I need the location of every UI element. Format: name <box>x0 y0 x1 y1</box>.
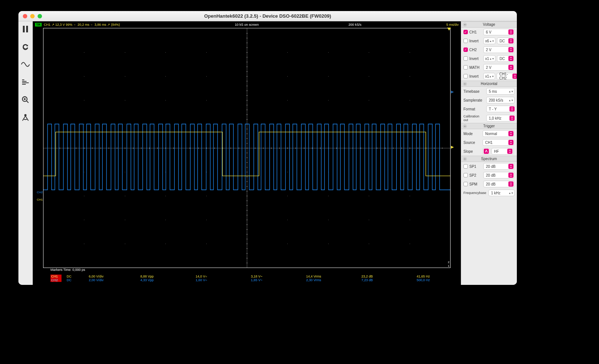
math-probe-spinner[interactable]: x1▲▼ <box>483 73 495 79</box>
meas-ch1-db: 23,2 dB <box>361 275 417 278</box>
spectrum-panel-head: Spectrum <box>461 156 517 162</box>
markers-line: Markers Time: 0,000 ps <box>33 268 461 273</box>
gear-icon[interactable] <box>463 22 467 27</box>
meas-ch2-freq: 500,0 Hz <box>417 278 461 282</box>
sp1-checkbox[interactable] <box>463 164 468 169</box>
math-op-select[interactable]: CH1-CH2 <box>497 73 517 79</box>
trigger-info: CH1 ↗ 12,3 V 99% ← 20,2 ms ← 3,86 ms ↗ (… <box>44 23 120 26</box>
timebase-spinner[interactable]: 5 ms▲▼ <box>486 88 515 95</box>
meas-ch1-vrms: 14,4 Vrms <box>306 275 361 278</box>
sp1-select[interactable]: 20 dB <box>483 163 515 170</box>
window-title: OpenHantek6022 (3.2.5) - Device DSO-6022… <box>18 13 517 19</box>
ch2-probe-spinner[interactable]: x1▲▼ <box>483 55 495 62</box>
trigger-mode-select[interactable]: Normal <box>483 130 515 137</box>
meas-ch2-veq: 1,60 V= <box>196 278 251 282</box>
ch2-range-select[interactable]: 2 V <box>483 46 515 53</box>
ch2-zero-label: CH2 <box>37 191 43 194</box>
ch2-coupling-select[interactable]: DC <box>497 55 515 62</box>
wave-button[interactable] <box>20 59 31 70</box>
svg-point-6 <box>465 126 466 127</box>
svg-point-7 <box>465 159 466 160</box>
calibration-label: Calibration out <box>463 114 485 122</box>
samples-on-screen: 10 kS on screen <box>235 23 259 26</box>
trigger-mode-label: Mode <box>463 132 481 136</box>
maximize-button[interactable] <box>38 14 42 18</box>
meas-ch2-db: 7,23 dB <box>361 278 417 282</box>
math-checkbox[interactable] <box>463 65 468 70</box>
meas-ch2-name: CH2 <box>50 278 62 282</box>
format-select[interactable]: T - Y <box>486 106 516 112</box>
ch2-checkbox[interactable] <box>463 47 468 52</box>
math-label: MATH <box>469 66 482 70</box>
meas-ch1-vmin: 3,18 V~ <box>251 275 306 278</box>
math-invert-checkbox[interactable] <box>463 74 468 78</box>
ch1-probe-spinner[interactable]: x6▲▼ <box>483 38 495 44</box>
zoom-button[interactable] <box>20 94 31 105</box>
trigger-head-label: Trigger <box>483 124 495 128</box>
meas-ch1-coupling: DC <box>67 275 89 278</box>
marker-1: 1 <box>448 264 449 268</box>
ch2-invert-checkbox[interactable] <box>463 56 468 61</box>
trigger-panel-head: Trigger <box>461 123 517 129</box>
ch1-invert-checkbox[interactable] <box>463 39 468 43</box>
freqbase-label: Frequencybase <box>463 191 487 195</box>
sp1-label: SP1 <box>469 165 482 169</box>
meas-ch1-freq: 41,65 Hz <box>417 275 461 278</box>
math-range-select[interactable]: 2 V <box>483 64 515 71</box>
scope-area: TR CH1 ↗ 12,3 V 99% ← 20,2 ms ← 3,86 ms … <box>33 21 461 285</box>
graticule[interactable]: CH2 CH1 1 2 <box>43 28 451 268</box>
ch1-zero-label: CH1 <box>37 198 43 201</box>
horizontal-head-label: Horizontal <box>481 82 497 86</box>
trigger-source-select[interactable]: CH1 <box>483 139 515 146</box>
close-button[interactable] <box>23 14 27 18</box>
slope-rising-button[interactable] <box>483 148 490 155</box>
samplerate-spinner[interactable]: 200 kS/s▲▼ <box>486 97 515 103</box>
meas-ch2-vrms: 2,30 Vrms <box>306 278 361 282</box>
svg-rect-1 <box>26 26 28 32</box>
pause-icon <box>21 25 29 33</box>
voltage-panel-head: Voltage <box>461 21 517 28</box>
ch1-checkbox[interactable] <box>463 30 468 34</box>
freqbase-spinner[interactable]: 1 kHz▲▼ <box>488 190 515 196</box>
side-panel: Voltage CH1 6 V Invert x6▲▼ DC CH2 2 V I… <box>461 21 517 285</box>
zoom-in-icon <box>21 96 29 104</box>
ch1-label: CH1 <box>469 30 482 34</box>
voltage-head-label: Voltage <box>483 22 495 26</box>
sp2-label: SP2 <box>469 173 482 177</box>
sp2-checkbox[interactable] <box>463 173 468 177</box>
ch1-range-select[interactable]: 6 V <box>483 29 515 35</box>
sp2-select[interactable]: 20 dB <box>483 172 515 179</box>
waveforms <box>43 28 450 268</box>
trigger-slope-label: Slope <box>463 149 481 153</box>
meas-ch2-vdiv: 2,00 V/div <box>89 278 140 282</box>
math-invert-label: Invert <box>469 74 482 78</box>
ch2-label: CH2 <box>469 48 482 52</box>
spm-select[interactable]: 20 dB <box>483 181 515 187</box>
samplerate-label: 200 kS/s <box>348 23 361 26</box>
titlebar: OpenHantek6022 (3.2.5) - Device DSO-6022… <box>18 11 517 21</box>
minimize-button[interactable] <box>30 14 35 18</box>
ch2-invert-label: Invert <box>469 57 482 61</box>
left-toolbar <box>18 21 33 285</box>
ch1-coupling-select[interactable]: DC <box>497 38 515 44</box>
gear-icon[interactable] <box>463 82 467 86</box>
trigger-source-label: Source <box>463 141 481 145</box>
sine-icon <box>21 61 30 68</box>
ch2-trigger-level-marker[interactable] <box>451 91 454 93</box>
spm-checkbox[interactable] <box>463 182 468 186</box>
measure-button[interactable] <box>20 112 31 123</box>
meas-ch1-veq: 14,0 V= <box>196 275 251 278</box>
gear-icon[interactable] <box>463 124 467 128</box>
refresh-icon <box>21 43 29 51</box>
svg-rect-0 <box>23 26 25 32</box>
ch1-trigger-level-marker[interactable] <box>451 146 454 149</box>
compass-icon <box>21 114 30 121</box>
marker-2: 2 <box>448 261 449 264</box>
gear-icon[interactable] <box>463 157 467 161</box>
slope-select[interactable]: HF <box>491 148 514 155</box>
pause-button[interactable] <box>20 24 31 35</box>
spectrum-head-label: Spectrum <box>481 157 497 161</box>
refresh-button[interactable] <box>20 41 31 52</box>
histogram-button[interactable] <box>20 77 31 88</box>
calibration-select[interactable]: 1,0 kHz <box>486 115 516 121</box>
